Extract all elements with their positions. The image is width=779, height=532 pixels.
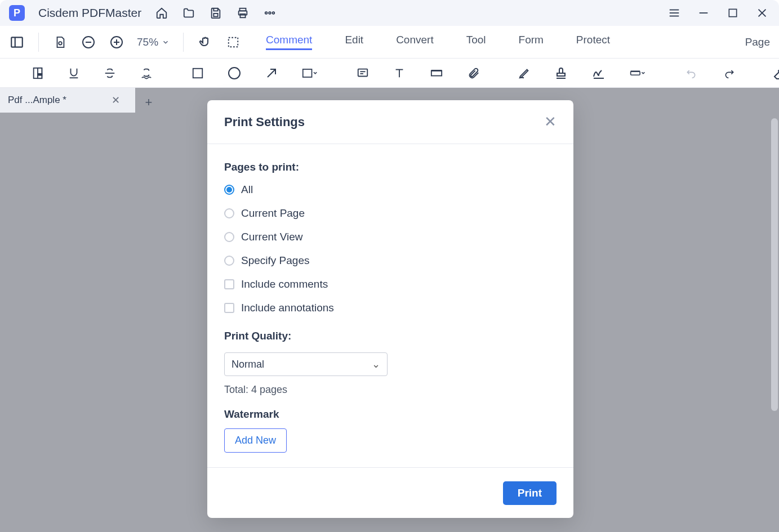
svg-rect-0 bbox=[214, 14, 218, 16]
radio-icon bbox=[224, 256, 234, 266]
maximize-icon[interactable] bbox=[725, 5, 741, 21]
radio-icon bbox=[224, 185, 234, 195]
dialog-header: Print Settings ✕ bbox=[207, 100, 573, 144]
select-area-icon[interactable] bbox=[225, 34, 241, 50]
text-icon[interactable] bbox=[393, 65, 406, 81]
svg-rect-31 bbox=[303, 69, 312, 77]
add-new-button[interactable]: Add New bbox=[224, 428, 287, 453]
total-pages: Total: 4 pages bbox=[224, 384, 557, 396]
textbox-icon[interactable] bbox=[429, 65, 444, 81]
checkbox-icon bbox=[224, 279, 234, 289]
shape-dropdown-icon[interactable] bbox=[302, 65, 318, 81]
titlebar: P Cisdem PDFMaster bbox=[0, 0, 779, 26]
document-tab-close-icon[interactable]: ✕ bbox=[112, 94, 120, 106]
checkbox-include-comments[interactable]: Include comments bbox=[224, 278, 557, 290]
strikethrough-icon[interactable] bbox=[104, 65, 116, 81]
dialog-title: Print Settings bbox=[224, 115, 305, 129]
svg-point-29 bbox=[229, 68, 240, 79]
print-settings-dialog: Print Settings ✕ Pages to print: All Cur… bbox=[207, 100, 573, 518]
save-icon[interactable] bbox=[209, 6, 222, 20]
chevron-down-icon: ⌄ bbox=[372, 358, 380, 370]
document-tab[interactable]: Pdf ...Ample * ✕ bbox=[0, 88, 135, 113]
radio-all[interactable]: All bbox=[224, 184, 557, 196]
tab-page[interactable]: Page bbox=[745, 36, 770, 48]
app-name: Cisdem PDFMaster bbox=[38, 6, 141, 20]
radio-current-page[interactable]: Current Page bbox=[224, 207, 557, 220]
rectangle-icon[interactable] bbox=[192, 65, 204, 81]
check-annotations-label: Include annotations bbox=[241, 302, 334, 314]
svg-point-16 bbox=[59, 42, 62, 45]
radio-icon bbox=[224, 232, 234, 242]
zoom-value: 75% bbox=[137, 36, 158, 48]
svg-rect-28 bbox=[193, 68, 203, 78]
radio-specify-pages[interactable]: Specify Pages bbox=[224, 254, 557, 267]
redo-icon[interactable] bbox=[722, 65, 737, 81]
signature-icon[interactable] bbox=[591, 65, 606, 81]
more-icon[interactable] bbox=[263, 6, 277, 20]
checkbox-include-annotations[interactable]: Include annotations bbox=[224, 302, 557, 314]
radio-current-view-label: Current View bbox=[241, 231, 302, 243]
svg-line-30 bbox=[268, 69, 275, 77]
page-settings-icon[interactable] bbox=[52, 34, 68, 50]
document-tab-label: Pdf ...Ample * bbox=[8, 95, 66, 106]
svg-rect-11 bbox=[729, 9, 736, 16]
zoom-in-icon[interactable] bbox=[109, 34, 124, 50]
pencil-icon[interactable] bbox=[518, 65, 531, 81]
svg-rect-39 bbox=[557, 73, 565, 76]
svg-rect-32 bbox=[358, 69, 368, 76]
tab-form[interactable]: Form bbox=[519, 34, 544, 50]
new-tab-icon[interactable]: + bbox=[139, 92, 159, 113]
attachment-icon[interactable] bbox=[468, 65, 480, 81]
print-icon[interactable] bbox=[236, 6, 250, 20]
check-comments-label: Include comments bbox=[241, 278, 328, 290]
home-icon[interactable] bbox=[155, 6, 168, 20]
svg-rect-14 bbox=[11, 37, 23, 47]
radio-current-page-label: Current Page bbox=[241, 207, 305, 220]
squiggly-icon[interactable] bbox=[140, 65, 153, 81]
highlight-icon[interactable] bbox=[32, 65, 44, 81]
tab-convert[interactable]: Convert bbox=[396, 34, 434, 50]
hand-tool-icon[interactable] bbox=[197, 34, 213, 50]
svg-point-4 bbox=[265, 12, 268, 14]
zoom-out-icon[interactable] bbox=[81, 34, 96, 50]
close-icon[interactable] bbox=[754, 5, 770, 21]
main-toolbar: 75% Comment Edit Convert Tool Form Prote… bbox=[0, 26, 779, 59]
stamp-icon[interactable] bbox=[554, 65, 568, 81]
dialog-close-icon[interactable]: ✕ bbox=[544, 113, 557, 131]
tab-edit[interactable]: Edit bbox=[345, 34, 363, 50]
minimize-icon[interactable] bbox=[696, 5, 711, 21]
checkbox-icon bbox=[224, 303, 234, 313]
print-quality-value: Normal bbox=[232, 359, 264, 370]
scrollbar[interactable] bbox=[771, 118, 778, 411]
menu-icon[interactable] bbox=[666, 5, 682, 21]
undo-icon[interactable] bbox=[684, 65, 698, 81]
svg-point-5 bbox=[269, 12, 271, 14]
tab-protect[interactable]: Protect bbox=[576, 34, 610, 50]
eraser-icon[interactable] bbox=[772, 65, 779, 81]
note-icon[interactable] bbox=[356, 65, 370, 81]
tab-comment[interactable]: Comment bbox=[266, 34, 312, 50]
zoom-level[interactable]: 75% bbox=[137, 36, 170, 48]
pages-to-print-label: Pages to print: bbox=[224, 161, 557, 173]
dialog-body: Pages to print: All Current Page Current… bbox=[207, 144, 573, 467]
annotation-toolbar bbox=[0, 59, 779, 88]
dialog-footer: Print bbox=[207, 467, 573, 518]
watermark-label: Watermark bbox=[224, 408, 557, 421]
radio-all-label: All bbox=[241, 184, 253, 196]
radio-current-view[interactable]: Current View bbox=[224, 231, 557, 243]
arrow-icon[interactable] bbox=[265, 65, 278, 81]
underline-icon[interactable] bbox=[68, 65, 80, 81]
svg-rect-22 bbox=[229, 37, 238, 47]
svg-point-6 bbox=[273, 12, 275, 14]
open-folder-icon[interactable] bbox=[182, 6, 195, 20]
print-quality-label: Print Quality: bbox=[224, 330, 557, 342]
print-quality-select[interactable]: Normal ⌄ bbox=[224, 352, 388, 376]
svg-rect-25 bbox=[38, 73, 42, 75]
print-button[interactable]: Print bbox=[503, 481, 557, 505]
radio-icon bbox=[224, 208, 234, 218]
link-dropdown-icon[interactable] bbox=[630, 65, 646, 81]
radio-specify-label: Specify Pages bbox=[241, 254, 309, 267]
tab-tool[interactable]: Tool bbox=[466, 34, 486, 50]
sidebar-toggle-icon[interactable] bbox=[9, 34, 25, 50]
circle-icon[interactable] bbox=[228, 65, 241, 81]
